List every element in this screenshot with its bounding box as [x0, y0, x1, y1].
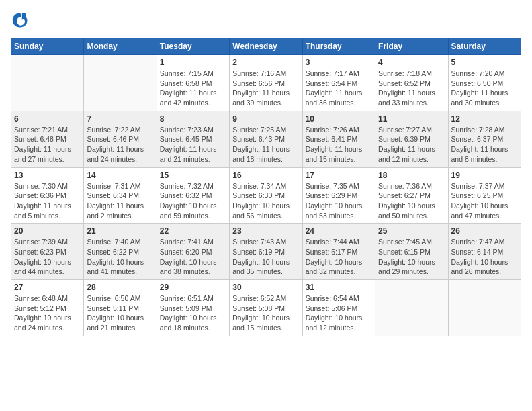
day-number: 9	[232, 114, 299, 124]
calendar-cell: 25Sunrise: 7:45 AM Sunset: 6:15 PM Dayli…	[375, 224, 448, 280]
day-info: Sunrise: 7:32 AM Sunset: 6:32 PM Dayligh…	[160, 181, 226, 221]
day-info: Sunrise: 7:30 AM Sunset: 6:36 PM Dayligh…	[14, 181, 81, 221]
weekday-header-monday: Monday	[84, 38, 157, 55]
logo	[11, 11, 32, 30]
day-number: 15	[160, 171, 226, 180]
day-number: 5	[451, 58, 518, 67]
day-info: Sunrise: 7:44 AM Sunset: 6:17 PM Dayligh…	[306, 237, 372, 277]
weekday-header-friday: Friday	[375, 38, 448, 55]
calendar-cell: 30Sunrise: 6:52 AM Sunset: 5:08 PM Dayli…	[230, 280, 302, 336]
day-number: 17	[306, 171, 372, 180]
calendar-week-5: 27Sunrise: 6:48 AM Sunset: 5:12 PM Dayli…	[11, 280, 521, 336]
calendar-cell: 18Sunrise: 7:36 AM Sunset: 6:27 PM Dayli…	[375, 167, 448, 224]
calendar-cell: 1Sunrise: 7:15 AM Sunset: 6:58 PM Daylig…	[157, 55, 229, 111]
weekday-header-tuesday: Tuesday	[157, 38, 229, 55]
day-info: Sunrise: 7:39 AM Sunset: 6:23 PM Dayligh…	[14, 237, 81, 277]
calendar-week-4: 20Sunrise: 7:39 AM Sunset: 6:23 PM Dayli…	[11, 224, 521, 280]
day-info: Sunrise: 7:18 AM Sunset: 6:52 PM Dayligh…	[378, 68, 445, 108]
day-info: Sunrise: 6:50 AM Sunset: 5:11 PM Dayligh…	[87, 293, 153, 333]
day-info: Sunrise: 7:37 AM Sunset: 6:25 PM Dayligh…	[451, 181, 518, 221]
day-number: 24	[306, 226, 372, 236]
day-number: 10	[306, 114, 372, 124]
calendar-cell: 24Sunrise: 7:44 AM Sunset: 6:17 PM Dayli…	[302, 224, 375, 280]
calendar-cell: 15Sunrise: 7:32 AM Sunset: 6:32 PM Dayli…	[157, 167, 229, 224]
calendar-week-1: 1Sunrise: 7:15 AM Sunset: 6:58 PM Daylig…	[11, 55, 521, 111]
day-info: Sunrise: 7:41 AM Sunset: 6:20 PM Dayligh…	[160, 237, 226, 277]
calendar-cell	[448, 280, 521, 336]
calendar-cell: 13Sunrise: 7:30 AM Sunset: 6:36 PM Dayli…	[11, 167, 84, 224]
weekday-header-sunday: Sunday	[11, 38, 84, 55]
calendar-cell: 23Sunrise: 7:43 AM Sunset: 6:19 PM Dayli…	[230, 224, 302, 280]
day-info: Sunrise: 7:45 AM Sunset: 6:15 PM Dayligh…	[378, 237, 445, 277]
day-info: Sunrise: 7:47 AM Sunset: 6:14 PM Dayligh…	[451, 237, 518, 277]
day-number: 30	[232, 283, 299, 292]
day-number: 7	[87, 114, 153, 124]
day-info: Sunrise: 7:28 AM Sunset: 6:37 PM Dayligh…	[451, 125, 518, 165]
calendar-cell: 27Sunrise: 6:48 AM Sunset: 5:12 PM Dayli…	[11, 280, 84, 336]
day-info: Sunrise: 6:52 AM Sunset: 5:08 PM Dayligh…	[232, 293, 299, 333]
day-number: 1	[160, 58, 226, 67]
day-number: 18	[378, 171, 445, 180]
weekday-header-thursday: Thursday	[302, 38, 375, 55]
day-number: 6	[14, 114, 81, 124]
day-info: Sunrise: 7:43 AM Sunset: 6:19 PM Dayligh…	[232, 237, 299, 277]
day-info: Sunrise: 6:48 AM Sunset: 5:12 PM Dayligh…	[14, 293, 81, 333]
day-number: 4	[378, 58, 445, 67]
day-number: 27	[14, 283, 81, 292]
day-info: Sunrise: 7:27 AM Sunset: 6:39 PM Dayligh…	[378, 125, 445, 165]
calendar-week-3: 13Sunrise: 7:30 AM Sunset: 6:36 PM Dayli…	[11, 167, 521, 224]
calendar-cell: 16Sunrise: 7:34 AM Sunset: 6:30 PM Dayli…	[230, 167, 302, 224]
day-number: 31	[306, 283, 372, 292]
calendar-cell: 9Sunrise: 7:25 AM Sunset: 6:43 PM Daylig…	[230, 111, 302, 167]
calendar-cell: 31Sunrise: 6:54 AM Sunset: 5:06 PM Dayli…	[302, 280, 375, 336]
calendar-cell: 10Sunrise: 7:26 AM Sunset: 6:41 PM Dayli…	[302, 111, 375, 167]
day-info: Sunrise: 6:54 AM Sunset: 5:06 PM Dayligh…	[306, 293, 372, 333]
calendar-week-2: 6Sunrise: 7:21 AM Sunset: 6:48 PM Daylig…	[11, 111, 521, 167]
calendar-table: SundayMondayTuesdayWednesdayThursdayFrid…	[11, 38, 521, 336]
calendar-cell: 28Sunrise: 6:50 AM Sunset: 5:11 PM Dayli…	[84, 280, 157, 336]
calendar-cell: 2Sunrise: 7:16 AM Sunset: 6:56 PM Daylig…	[230, 55, 302, 111]
calendar-cell: 5Sunrise: 7:20 AM Sunset: 6:50 PM Daylig…	[448, 55, 521, 111]
day-info: Sunrise: 7:36 AM Sunset: 6:27 PM Dayligh…	[378, 181, 445, 221]
calendar-cell: 22Sunrise: 7:41 AM Sunset: 6:20 PM Dayli…	[157, 224, 229, 280]
calendar-cell: 20Sunrise: 7:39 AM Sunset: 6:23 PM Dayli…	[11, 224, 84, 280]
calendar-cell: 19Sunrise: 7:37 AM Sunset: 6:25 PM Dayli…	[448, 167, 521, 224]
page-header	[11, 11, 521, 30]
calendar-cell: 8Sunrise: 7:23 AM Sunset: 6:45 PM Daylig…	[157, 111, 229, 167]
day-info: Sunrise: 7:22 AM Sunset: 6:46 PM Dayligh…	[87, 125, 153, 165]
day-number: 11	[378, 114, 445, 124]
day-info: Sunrise: 7:26 AM Sunset: 6:41 PM Dayligh…	[306, 125, 372, 165]
day-info: Sunrise: 7:25 AM Sunset: 6:43 PM Dayligh…	[232, 125, 299, 165]
day-number: 16	[232, 171, 299, 180]
day-number: 3	[306, 58, 372, 67]
calendar-cell: 29Sunrise: 6:51 AM Sunset: 5:09 PM Dayli…	[157, 280, 229, 336]
day-number: 29	[160, 283, 226, 292]
calendar-cell: 11Sunrise: 7:27 AM Sunset: 6:39 PM Dayli…	[375, 111, 448, 167]
calendar-cell	[84, 55, 157, 111]
day-info: Sunrise: 7:35 AM Sunset: 6:29 PM Dayligh…	[306, 181, 372, 221]
day-number: 25	[378, 226, 445, 236]
weekday-header-saturday: Saturday	[448, 38, 521, 55]
calendar-cell: 14Sunrise: 7:31 AM Sunset: 6:34 PM Dayli…	[84, 167, 157, 224]
day-number: 8	[160, 114, 226, 124]
calendar-cell: 21Sunrise: 7:40 AM Sunset: 6:22 PM Dayli…	[84, 224, 157, 280]
day-number: 28	[87, 283, 153, 292]
weekday-header-row: SundayMondayTuesdayWednesdayThursdayFrid…	[11, 38, 521, 55]
day-number: 22	[160, 226, 226, 236]
day-info: Sunrise: 7:16 AM Sunset: 6:56 PM Dayligh…	[232, 68, 299, 108]
calendar-cell	[11, 55, 84, 111]
calendar-cell: 26Sunrise: 7:47 AM Sunset: 6:14 PM Dayli…	[448, 224, 521, 280]
day-info: Sunrise: 7:40 AM Sunset: 6:22 PM Dayligh…	[87, 237, 153, 277]
calendar-cell: 17Sunrise: 7:35 AM Sunset: 6:29 PM Dayli…	[302, 167, 375, 224]
calendar-cell: 3Sunrise: 7:17 AM Sunset: 6:54 PM Daylig…	[302, 55, 375, 111]
weekday-header-wednesday: Wednesday	[230, 38, 302, 55]
day-info: Sunrise: 7:21 AM Sunset: 6:48 PM Dayligh…	[14, 125, 81, 165]
day-number: 2	[232, 58, 299, 67]
calendar-cell: 6Sunrise: 7:21 AM Sunset: 6:48 PM Daylig…	[11, 111, 84, 167]
day-info: Sunrise: 7:31 AM Sunset: 6:34 PM Dayligh…	[87, 181, 153, 221]
day-number: 14	[87, 171, 153, 180]
day-info: Sunrise: 7:20 AM Sunset: 6:50 PM Dayligh…	[451, 68, 518, 108]
calendar-cell	[375, 280, 448, 336]
calendar-cell: 7Sunrise: 7:22 AM Sunset: 6:46 PM Daylig…	[84, 111, 157, 167]
day-number: 13	[14, 171, 81, 180]
